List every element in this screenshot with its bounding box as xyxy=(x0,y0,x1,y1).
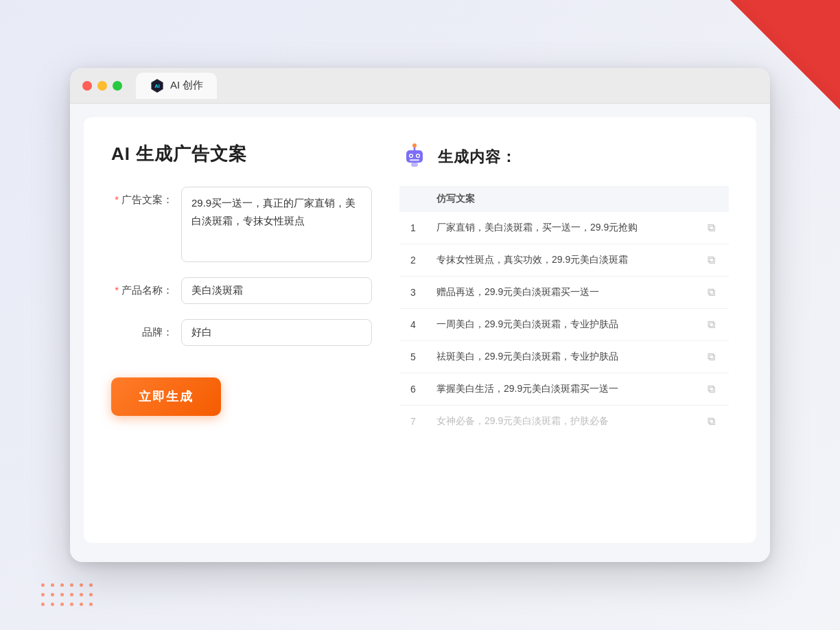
brand-input[interactable] xyxy=(181,319,372,346)
svg-rect-9 xyxy=(410,159,419,161)
main-content: AI 生成广告文案 *广告文案： *产品名称： 品牌： 立 xyxy=(84,117,756,543)
table-row: 2专抹女性斑点，真实功效，29.9元美白淡斑霜⧉ xyxy=(399,244,729,277)
row-text: 专抹女性斑点，真实功效，29.9元美白淡斑霜 xyxy=(427,244,694,277)
ai-icon: AI xyxy=(150,78,165,93)
required-mark-ad: * xyxy=(115,194,119,205)
copy-cell: ⧉ xyxy=(694,406,729,438)
ad-copy-input[interactable] xyxy=(181,187,372,262)
copy-button[interactable]: ⧉ xyxy=(703,285,719,300)
copy-cell: ⧉ xyxy=(694,373,729,406)
row-number: 1 xyxy=(399,212,427,244)
row-text: 女神必备，29.9元美白淡斑霜，护肤必备 xyxy=(427,406,694,438)
svg-rect-10 xyxy=(411,163,418,167)
row-text: 厂家直销，美白淡斑霜，买一送一，29.9元抢购 xyxy=(427,212,694,244)
row-number: 3 xyxy=(399,277,427,309)
row-text: 掌握美白生活，29.9元美白淡斑霜买一送一 xyxy=(427,373,694,406)
right-header: 生成内容： xyxy=(399,142,729,172)
table-row: 5祛斑美白，29.9元美白淡斑霜，专业护肤品⧉ xyxy=(399,341,729,373)
brand-row: 品牌： xyxy=(111,319,372,346)
tab-area: AI AI 创作 xyxy=(136,73,217,99)
product-name-label: *产品名称： xyxy=(111,277,173,297)
copy-button[interactable]: ⧉ xyxy=(703,317,719,332)
robot-icon xyxy=(399,142,430,172)
close-button[interactable] xyxy=(82,81,92,91)
generate-button[interactable]: 立即生成 xyxy=(111,377,221,416)
brand-label: 品牌： xyxy=(111,319,173,339)
required-mark-product: * xyxy=(115,284,119,296)
copy-cell: ⧉ xyxy=(694,212,729,244)
copy-button[interactable]: ⧉ xyxy=(703,414,719,429)
row-number: 7 xyxy=(399,406,427,438)
page-title: AI 生成广告文案 xyxy=(111,142,372,166)
tab-label: AI 创作 xyxy=(170,79,203,92)
table-row: 6掌握美白生活，29.9元美白淡斑霜买一送一⧉ xyxy=(399,373,729,406)
results-table: 仿写文案 1厂家直销，美白淡斑霜，买一送一，29.9元抢购⧉2专抹女性斑点，真实… xyxy=(399,186,729,437)
copy-button[interactable]: ⧉ xyxy=(703,253,719,268)
copy-button[interactable]: ⧉ xyxy=(703,349,719,364)
table-row: 4一周美白，29.9元美白淡斑霜，专业护肤品⧉ xyxy=(399,309,729,341)
copy-cell: ⧉ xyxy=(694,309,729,341)
table-row: 1厂家直销，美白淡斑霜，买一送一，29.9元抢购⧉ xyxy=(399,212,729,244)
svg-point-7 xyxy=(410,155,412,157)
table-row: 3赠品再送，29.9元美白淡斑霜买一送一⧉ xyxy=(399,277,729,309)
tab-ai-creation[interactable]: AI AI 创作 xyxy=(136,73,217,99)
col-action-header xyxy=(694,186,729,212)
left-panel: AI 生成广告文案 *广告文案： *产品名称： 品牌： 立 xyxy=(111,142,372,515)
col-text-header: 仿写文案 xyxy=(427,186,694,212)
ad-copy-row: *广告文案： xyxy=(111,187,372,262)
svg-text:AI: AI xyxy=(154,83,160,89)
row-number: 2 xyxy=(399,244,427,277)
row-text: 祛斑美白，29.9元美白淡斑霜，专业护肤品 xyxy=(427,341,694,373)
copy-cell: ⧉ xyxy=(694,341,729,373)
ad-copy-label: *广告文案： xyxy=(111,187,173,207)
copy-button[interactable]: ⧉ xyxy=(703,382,719,397)
copy-cell: ⧉ xyxy=(694,244,729,277)
row-number: 4 xyxy=(399,309,427,341)
traffic-lights xyxy=(82,81,122,91)
title-bar: AI AI 创作 xyxy=(70,68,770,104)
svg-point-4 xyxy=(412,143,417,148)
right-panel: 生成内容： 仿写文案 1厂家直销，美白淡斑霜，买一送一，29.9元抢购⧉2专抹女… xyxy=(399,142,729,515)
copy-button[interactable]: ⧉ xyxy=(703,220,719,235)
maximize-button[interactable] xyxy=(113,81,122,91)
product-name-input[interactable] xyxy=(181,277,372,304)
table-row: 7女神必备，29.9元美白淡斑霜，护肤必备⧉ xyxy=(399,406,729,438)
col-num-header xyxy=(399,186,427,212)
copy-cell: ⧉ xyxy=(694,277,729,309)
minimize-button[interactable] xyxy=(97,81,107,91)
browser-window: AI AI 创作 AI 生成广告文案 *广告文案： *产品名称： xyxy=(70,68,770,562)
row-number: 5 xyxy=(399,341,427,373)
results-title: 生成内容： xyxy=(438,147,517,167)
row-text: 一周美白，29.9元美白淡斑霜，专业护肤品 xyxy=(427,309,694,341)
product-name-row: *产品名称： xyxy=(111,277,372,304)
row-text: 赠品再送，29.9元美白淡斑霜买一送一 xyxy=(427,277,694,309)
svg-point-8 xyxy=(417,155,419,157)
dot-decoration xyxy=(41,583,96,609)
row-number: 6 xyxy=(399,373,427,406)
